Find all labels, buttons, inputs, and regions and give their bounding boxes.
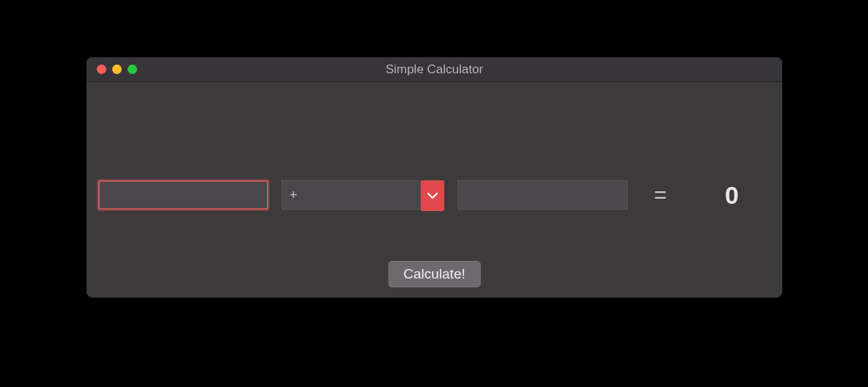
app-window: Simple Calculator + = 0 Calculate! bbox=[87, 57, 782, 298]
operator-value: + bbox=[282, 188, 298, 203]
operator-select[interactable]: + bbox=[282, 180, 444, 210]
calculate-button[interactable]: Calculate! bbox=[388, 261, 481, 287]
titlebar: Simple Calculator bbox=[87, 57, 782, 82]
dropdown-button[interactable] bbox=[421, 180, 444, 211]
calculator-row: + = 0 bbox=[98, 180, 770, 210]
maximize-icon[interactable] bbox=[128, 64, 137, 74]
calculate-button-label: Calculate! bbox=[403, 266, 466, 282]
window-content: + = 0 Calculate! bbox=[87, 82, 782, 298]
equals-sign: = bbox=[654, 183, 667, 207]
close-icon[interactable] bbox=[97, 64, 106, 74]
window-title: Simple Calculator bbox=[87, 62, 782, 77]
operand2-input[interactable] bbox=[457, 180, 628, 210]
chevron-down-icon bbox=[427, 192, 438, 199]
minimize-icon[interactable] bbox=[112, 64, 122, 74]
traffic-lights bbox=[87, 64, 137, 74]
result-value: 0 bbox=[694, 181, 770, 210]
operand1-input[interactable] bbox=[98, 180, 268, 210]
